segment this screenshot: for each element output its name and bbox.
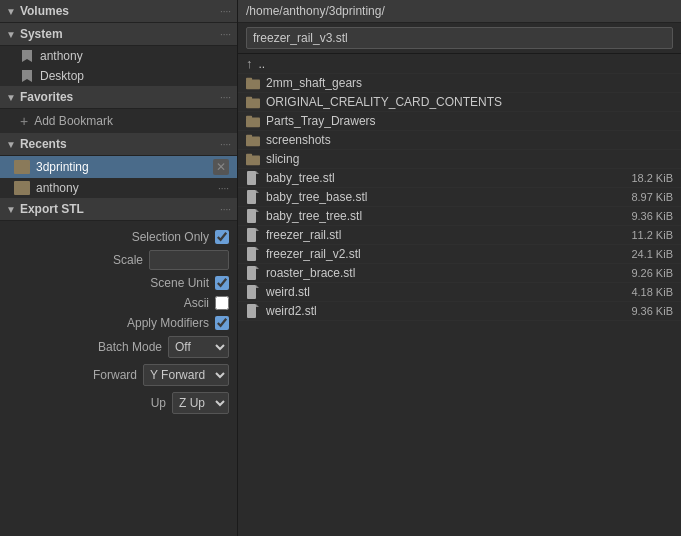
file-row[interactable]: screenshots <box>238 131 681 150</box>
file-row[interactable]: baby_tree_tree.stl9.36 KiB <box>238 207 681 226</box>
add-bookmark-label: Add Bookmark <box>34 114 113 128</box>
recent-item-anthony-label: anthony <box>36 181 79 195</box>
apply-modifiers-label: Apply Modifiers <box>8 316 209 330</box>
recents-section[interactable]: ▼ Recents ···· <box>0 133 237 156</box>
export-form: Selection Only Scale 1.00 Scene Unit Asc… <box>0 221 237 423</box>
svg-rect-24 <box>247 304 256 318</box>
sidebar-item-desktop-label: Desktop <box>40 69 84 83</box>
system-dots: ···· <box>220 29 231 40</box>
file-row[interactable]: freezer_rail.stl11.2 KiB <box>238 226 681 245</box>
volumes-section[interactable]: ▼ Volumes ···· <box>0 0 237 23</box>
svg-rect-20 <box>247 266 256 280</box>
file-row[interactable]: roaster_brace.stl9.26 KiB <box>238 264 681 283</box>
file-row[interactable]: slicing <box>238 150 681 169</box>
sidebar-item-desktop[interactable]: Desktop <box>0 66 237 86</box>
svg-rect-12 <box>247 190 256 204</box>
add-bookmark-button[interactable]: + Add Bookmark <box>0 109 237 133</box>
favorites-section[interactable]: ▼ Favorites ···· <box>0 86 237 109</box>
file-name: freezer_rail.stl <box>266 228 613 242</box>
svg-rect-14 <box>247 209 256 223</box>
file-row[interactable]: ↑.. <box>238 54 681 74</box>
sidebar-item-anthony[interactable]: anthony <box>0 46 237 66</box>
up-select[interactable]: Z Up -Z Up Y Up -Y Up X Up -X Up <box>172 392 229 414</box>
svg-marker-25 <box>256 304 259 307</box>
forward-row: Forward Y Forward -Y Forward X Forward -… <box>0 361 237 389</box>
recents-title: Recents <box>20 137 67 151</box>
file-size: 9.36 KiB <box>613 305 673 317</box>
export-stl-section[interactable]: ▼ Export STL ···· <box>0 198 237 221</box>
folder-icon-3dprinting <box>14 160 30 174</box>
apply-modifiers-checkbox-wrap <box>215 316 229 330</box>
file-name: screenshots <box>266 133 613 147</box>
svg-marker-17 <box>256 228 259 231</box>
ascii-checkbox-wrap <box>215 296 229 310</box>
svg-rect-18 <box>247 247 256 261</box>
file-row[interactable]: freezer_rail_v2.stl24.1 KiB <box>238 245 681 264</box>
selection-only-checkbox[interactable] <box>215 230 229 244</box>
svg-rect-9 <box>246 154 252 157</box>
selection-only-row: Selection Only <box>0 227 237 247</box>
svg-rect-10 <box>247 171 256 185</box>
file-row[interactable]: weird2.stl9.36 KiB <box>238 302 681 321</box>
batch-mode-row: Batch Mode Off Object Scene <box>0 333 237 361</box>
scale-label: Scale <box>8 253 143 267</box>
folder-icon <box>246 152 260 166</box>
ascii-checkbox[interactable] <box>215 296 229 310</box>
file-row[interactable]: baby_tree_base.stl8.97 KiB <box>238 188 681 207</box>
folder-icon <box>246 76 260 90</box>
favorites-title: Favorites <box>20 90 73 104</box>
volumes-dots: ···· <box>220 6 231 17</box>
svg-rect-5 <box>246 116 252 119</box>
filename-input[interactable] <box>246 27 673 49</box>
recent-item-anthony[interactable]: anthony ···· <box>0 178 237 198</box>
recent-item-3dprinting[interactable]: 3dprinting ✕ <box>0 156 237 178</box>
svg-rect-3 <box>246 97 252 100</box>
svg-marker-19 <box>256 247 259 250</box>
apply-modifiers-checkbox[interactable] <box>215 316 229 330</box>
scale-input[interactable]: 1.00 <box>149 250 229 270</box>
right-panel: /home/anthony/3dprinting/ ↑.. 2mm_shaft_… <box>238 0 681 536</box>
scale-row: Scale 1.00 <box>0 247 237 273</box>
svg-marker-15 <box>256 209 259 212</box>
scene-unit-checkbox[interactable] <box>215 276 229 290</box>
recents-dots: ···· <box>220 139 231 150</box>
forward-select[interactable]: Y Forward -Y Forward X Forward -X Forwar… <box>143 364 229 386</box>
file-icon <box>246 304 260 318</box>
file-icon <box>246 266 260 280</box>
file-size: 18.2 KiB <box>613 172 673 184</box>
up-row: Up Z Up -Z Up Y Up -Y Up X Up -X Up <box>0 389 237 417</box>
file-row[interactable]: 2mm_shaft_gears <box>238 74 681 93</box>
scene-unit-checkbox-wrap <box>215 276 229 290</box>
filename-bar <box>238 23 681 54</box>
file-name: weird.stl <box>266 285 613 299</box>
ascii-label: Ascii <box>8 296 209 310</box>
file-icon <box>246 209 260 223</box>
batch-mode-select[interactable]: Off Object Scene <box>168 336 229 358</box>
file-row[interactable]: ORIGINAL_CREALITY_CARD_CONTENTS <box>238 93 681 112</box>
ascii-row: Ascii <box>0 293 237 313</box>
file-icon <box>246 285 260 299</box>
path-bar: /home/anthony/3dprinting/ <box>238 0 681 23</box>
system-section[interactable]: ▼ System ···· <box>0 23 237 46</box>
favorites-dots: ···· <box>220 92 231 103</box>
file-size: 9.36 KiB <box>613 210 673 222</box>
svg-rect-22 <box>247 285 256 299</box>
export-stl-title: Export STL <box>20 202 84 216</box>
file-row[interactable]: baby_tree.stl18.2 KiB <box>238 169 681 188</box>
volumes-arrow: ▼ <box>6 6 16 17</box>
file-row[interactable]: Parts_Tray_Drawers <box>238 112 681 131</box>
close-recent-3dprinting[interactable]: ✕ <box>213 159 229 175</box>
file-name: 2mm_shaft_gears <box>266 76 613 90</box>
svg-marker-11 <box>256 171 259 174</box>
file-name: slicing <box>266 152 613 166</box>
svg-marker-21 <box>256 266 259 269</box>
file-row[interactable]: weird.stl4.18 KiB <box>238 283 681 302</box>
folder-icon <box>246 133 260 147</box>
volumes-title: Volumes <box>20 4 69 18</box>
svg-rect-4 <box>246 118 260 128</box>
folder-icon <box>246 95 260 109</box>
svg-rect-16 <box>247 228 256 242</box>
file-icon <box>246 171 260 185</box>
svg-rect-8 <box>246 156 260 166</box>
forward-label: Forward <box>8 368 137 382</box>
